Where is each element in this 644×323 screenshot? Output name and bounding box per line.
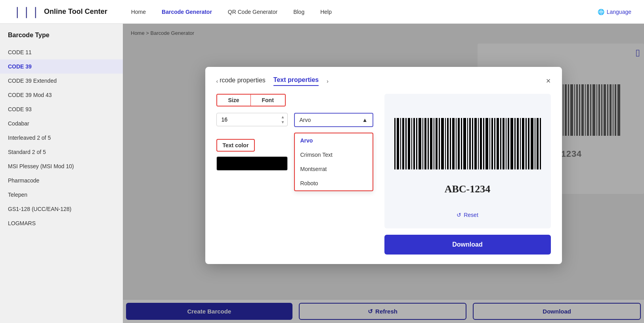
svg-rect-47 bbox=[405, 118, 407, 169]
logo-text: Online Tool Center bbox=[44, 8, 107, 16]
main-nav: Home Barcode Generator QR Code Generator… bbox=[131, 9, 598, 15]
size-tab[interactable]: Size bbox=[217, 95, 250, 106]
content-area: Home > Barcode Generator bbox=[123, 24, 644, 323]
modal-download-button[interactable]: Download bbox=[384, 235, 551, 255]
svg-rect-53 bbox=[422, 118, 423, 169]
font-option-roboto[interactable]: Roboto bbox=[295, 176, 373, 190]
text-color-label: Text color bbox=[216, 139, 255, 152]
svg-rect-90 bbox=[526, 118, 527, 169]
tab-rcode-properties[interactable]: rcode properties bbox=[220, 77, 266, 86]
nav-barcode-generator[interactable]: Barcode Generator bbox=[162, 9, 212, 15]
globe-icon: 🌐 bbox=[598, 9, 604, 15]
svg-rect-85 bbox=[510, 118, 513, 169]
svg-rect-65 bbox=[456, 118, 457, 169]
svg-rect-81 bbox=[500, 118, 501, 169]
svg-rect-45 bbox=[400, 118, 401, 169]
tab-next-arrow[interactable]: › bbox=[327, 78, 329, 84]
svg-rect-92 bbox=[531, 118, 533, 169]
font-tab[interactable]: Font bbox=[251, 95, 285, 106]
sidebar-item-msi[interactable]: MSI Plessey (MSI Mod 10) bbox=[0, 159, 123, 173]
sidebar-item-telepen[interactable]: Telepen bbox=[0, 188, 123, 202]
modal-right-panel: ABC-1234 ↺ Reset Download bbox=[384, 94, 551, 255]
font-dropdown-button[interactable]: Arvo ▲ bbox=[294, 113, 373, 127]
svg-rect-68 bbox=[463, 118, 466, 169]
font-dropdown-list: Arvo Crimson Text Montserrat Roboto bbox=[294, 133, 373, 191]
svg-rect-82 bbox=[503, 118, 504, 169]
barcode-svg-area: ABC-1234 bbox=[392, 102, 543, 209]
font-option-crimson[interactable]: Crimson Text bbox=[295, 148, 373, 162]
sidebar-item-code39mod43[interactable]: CODE 39 Mod 43 bbox=[0, 88, 123, 102]
sidebar: Barcode Type CODE 11 CODE 39 CODE 39 Ext… bbox=[0, 24, 123, 323]
svg-rect-80 bbox=[497, 118, 499, 169]
nav-help[interactable]: Help bbox=[320, 9, 332, 15]
modal-header: ‹ rcode properties Text properties › × bbox=[216, 76, 551, 86]
svg-rect-44 bbox=[397, 118, 399, 169]
svg-rect-52 bbox=[419, 118, 421, 169]
barcode-text-label: ABC-1234 bbox=[445, 183, 491, 195]
sidebar-item-interleaved[interactable]: Interleaved 2 of 5 bbox=[0, 131, 123, 145]
nav-blog[interactable]: Blog bbox=[293, 9, 304, 15]
svg-rect-91 bbox=[528, 118, 529, 169]
size-input[interactable] bbox=[216, 113, 288, 126]
logo-area: ❘❘❘ Online Tool Center bbox=[13, 5, 107, 18]
size-up-arrow[interactable]: ▲ bbox=[280, 115, 286, 120]
font-dropdown-wrapper: Arvo ▲ Arvo Crimson Text Montserrat Robo… bbox=[294, 113, 373, 133]
svg-rect-59 bbox=[439, 118, 440, 169]
sidebar-item-codabar[interactable]: Codabar bbox=[0, 116, 123, 131]
sidebar-item-code11[interactable]: CODE 11 bbox=[0, 45, 123, 59]
tab-text-properties[interactable]: Text properties bbox=[273, 76, 319, 86]
size-down-arrow[interactable]: ▼ bbox=[280, 120, 286, 125]
svg-rect-78 bbox=[491, 118, 493, 169]
svg-rect-72 bbox=[474, 118, 477, 169]
barcode-image bbox=[392, 116, 543, 179]
svg-rect-79 bbox=[494, 118, 495, 169]
svg-rect-83 bbox=[506, 118, 506, 169]
svg-rect-66 bbox=[458, 118, 460, 169]
svg-rect-67 bbox=[461, 118, 462, 169]
size-font-tabs: Size Font bbox=[216, 94, 286, 106]
modal-close-button[interactable]: × bbox=[546, 76, 551, 86]
svg-rect-95 bbox=[540, 118, 541, 169]
svg-rect-70 bbox=[469, 118, 471, 169]
tab-prev-arrow[interactable]: ‹ bbox=[216, 78, 218, 84]
svg-rect-87 bbox=[517, 118, 519, 169]
nav-qr-code[interactable]: QR Code Generator bbox=[228, 9, 277, 15]
svg-rect-84 bbox=[508, 118, 509, 169]
font-selected-label: Arvo bbox=[300, 117, 311, 123]
size-arrows: ▲ ▼ bbox=[280, 115, 286, 125]
sidebar-item-code39[interactable]: CODE 39 bbox=[0, 59, 123, 74]
modal-left-panel: Size Font ▲ ▼ bbox=[216, 94, 375, 255]
reset-button[interactable]: ↺ Reset bbox=[457, 209, 478, 220]
sidebar-item-code93[interactable]: CODE 93 bbox=[0, 102, 123, 116]
svg-rect-73 bbox=[478, 118, 479, 169]
font-option-montserrat[interactable]: Montserrat bbox=[295, 162, 373, 176]
barcode-preview-box: ABC-1234 ↺ Reset bbox=[384, 94, 551, 228]
svg-rect-51 bbox=[416, 118, 417, 169]
svg-rect-89 bbox=[522, 118, 524, 169]
color-swatch[interactable] bbox=[216, 156, 288, 171]
modal-dialog: ‹ rcode properties Text properties › × S… bbox=[205, 67, 562, 264]
svg-rect-88 bbox=[520, 118, 521, 169]
language-button[interactable]: 🌐 Language bbox=[598, 9, 631, 15]
svg-rect-94 bbox=[537, 118, 539, 169]
sidebar-item-standard25[interactable]: Standard 2 of 5 bbox=[0, 145, 123, 159]
language-label: Language bbox=[607, 9, 631, 15]
modal-body: Size Font ▲ ▼ bbox=[216, 94, 551, 255]
svg-rect-58 bbox=[436, 118, 438, 169]
sidebar-item-pharmacode[interactable]: Pharmacode bbox=[0, 173, 123, 188]
sidebar-item-code39ext[interactable]: CODE 39 Extended bbox=[0, 74, 123, 88]
sidebar-item-gs1128[interactable]: GS1-128 (UCC/EAN-128) bbox=[0, 202, 123, 216]
svg-rect-75 bbox=[483, 118, 484, 169]
nav-home[interactable]: Home bbox=[131, 9, 146, 15]
sidebar-title: Barcode Type bbox=[0, 32, 123, 45]
reset-icon: ↺ bbox=[457, 212, 461, 218]
svg-rect-93 bbox=[535, 118, 535, 169]
sidebar-item-logmars[interactable]: LOGMARS bbox=[0, 216, 123, 230]
svg-rect-56 bbox=[430, 118, 432, 169]
svg-rect-46 bbox=[402, 118, 404, 169]
svg-rect-74 bbox=[480, 118, 482, 169]
svg-rect-76 bbox=[485, 118, 488, 169]
chevron-up-icon: ▲ bbox=[362, 117, 368, 123]
font-option-arvo[interactable]: Arvo bbox=[295, 133, 373, 148]
svg-rect-69 bbox=[467, 118, 468, 169]
